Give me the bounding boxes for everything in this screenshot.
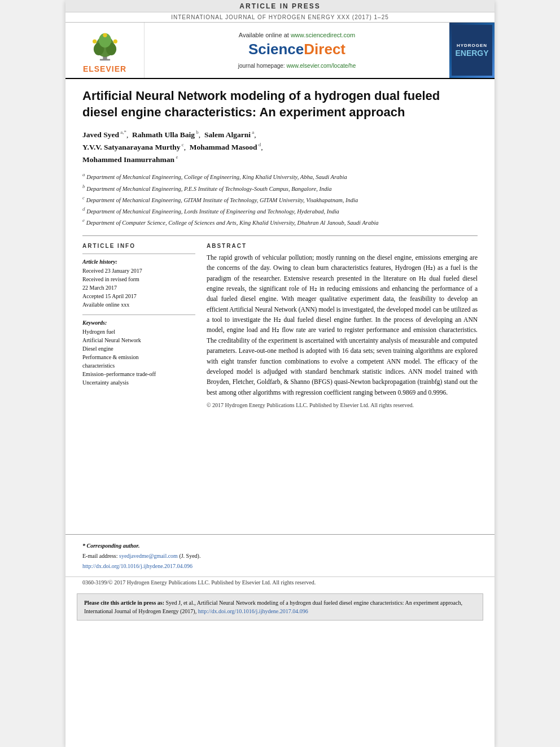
history-label: Article history: bbox=[82, 259, 195, 265]
article-title: Artificial Neural Network modeling of a … bbox=[82, 88, 478, 120]
abstract-text: The rapid growth of vehicular pollution;… bbox=[207, 252, 478, 410]
article-info-col: ARTICLE INFO Article history: Received 2… bbox=[82, 243, 195, 410]
copyright-line: © 2017 Hydrogen Energy Publications LLC.… bbox=[207, 401, 478, 410]
elsevier-logo-area: ELSEVIER bbox=[65, 23, 145, 78]
email-suffix: (J. Syed). bbox=[179, 553, 200, 559]
kw-1: Hydrogen fuel bbox=[82, 327, 195, 336]
email-link[interactable]: syedjavedme@gmail.com bbox=[119, 553, 178, 559]
keywords-label: Keywords: bbox=[82, 320, 195, 326]
author-salem: Salem Algarni bbox=[204, 130, 251, 139]
citation-prefix-label: Please cite this article in press as: bbox=[84, 600, 166, 606]
page: ARTICLE IN PRESS INTERNATIONAL JOURNAL O… bbox=[65, 0, 495, 747]
kw-3: Diesel engine bbox=[82, 344, 195, 353]
kw-2: Artificial Neural Network bbox=[82, 336, 195, 344]
main-content: Artificial Neural Network modeling of a … bbox=[65, 79, 495, 410]
journal-cover-inner: HYDROGEN ENERGY bbox=[452, 25, 492, 76]
history-revised-date: 22 March 2017 bbox=[82, 283, 195, 292]
journal-homepage-line: journal homepage: www.elsevier.com/locat… bbox=[238, 63, 356, 69]
citation-doi-link[interactable]: http://dx.doi.org/10.1016/j.ijhydene.201… bbox=[198, 608, 308, 614]
sciencedirect-url[interactable]: www.sciencedirect.com bbox=[291, 32, 355, 38]
science-part: Science bbox=[248, 41, 304, 58]
center-header: Available online at www.sciencedirect.co… bbox=[145, 23, 449, 78]
cover-he-text: ENERGY bbox=[455, 49, 488, 58]
affiliations: a Department of Mechanical Engineering, … bbox=[82, 171, 478, 227]
footnotes-area: * Corresponding author. E-mail address: … bbox=[65, 534, 495, 576]
author-javed-sup: a,* bbox=[119, 129, 126, 135]
kw-6: Emission–performance trade-off bbox=[82, 370, 195, 378]
info-divider-mid bbox=[82, 314, 195, 315]
history-accepted: Accepted 15 April 2017 bbox=[82, 292, 195, 300]
author-yvv-sup: c bbox=[180, 142, 183, 147]
article-info-heading: ARTICLE INFO bbox=[82, 243, 195, 249]
history-online: Available online xxx bbox=[82, 300, 195, 309]
author-inam: Mohammed Inamurrahman bbox=[82, 155, 174, 164]
affil-e: e Department of Computer Science, Colleg… bbox=[82, 217, 478, 227]
history-received: Received 23 January 2017 bbox=[82, 267, 195, 275]
doi-line: http://dx.doi.org/10.1016/j.ijhydene.201… bbox=[82, 562, 478, 571]
top-area: ELSEVIER Available online at www.science… bbox=[65, 23, 495, 79]
svg-point-7 bbox=[113, 40, 117, 43]
keywords-section: Keywords: Hydrogen fuel Artificial Neura… bbox=[82, 320, 195, 387]
abstract-heading: ABSTRACT bbox=[207, 243, 478, 249]
abstract-paragraph: The rapid growth of vehicular pollution;… bbox=[207, 252, 478, 397]
abstract-col: ABSTRACT The rapid growth of vehicular p… bbox=[207, 243, 478, 410]
available-online-text: Available online at www.sciencedirect.co… bbox=[239, 32, 355, 38]
affil-a: a Department of Mechanical Engineering, … bbox=[82, 171, 478, 181]
article-history-section: Article history: Received 23 January 201… bbox=[82, 259, 195, 309]
affil-b: b Department of Mechanical Engineering, … bbox=[82, 183, 478, 193]
article-in-press-banner: ARTICLE IN PRESS bbox=[65, 0, 495, 12]
affil-c: c Department of Mechanical Engineering, … bbox=[82, 194, 478, 204]
direct-part: Direct bbox=[304, 41, 345, 58]
author-masood-sup: d bbox=[257, 142, 261, 147]
aip-text: ARTICLE IN PRESS bbox=[239, 2, 320, 10]
elsevier-text: ELSEVIER bbox=[83, 64, 126, 73]
citation-box: Please cite this article in press as: Sy… bbox=[77, 593, 483, 621]
journal-header-line: INTERNATIONAL JOURNAL OF HYDROGEN ENERGY… bbox=[65, 12, 495, 23]
journal-url[interactable]: www.elsevier.com/locate/he bbox=[286, 63, 356, 69]
elsevier-tree-icon bbox=[82, 31, 128, 62]
doi-link[interactable]: http://dx.doi.org/10.1016/j.ijhydene.201… bbox=[82, 563, 193, 569]
history-revised-label: Received in revised form bbox=[82, 275, 195, 283]
svg-point-8 bbox=[103, 33, 107, 37]
affil-d: d Department of Mechanical Engineering, … bbox=[82, 206, 478, 216]
author-rahmath-sup: b bbox=[195, 129, 199, 135]
author-inam-sup: e bbox=[174, 154, 178, 160]
cover-h-text: HYDROGEN bbox=[457, 43, 487, 49]
kw-4: Performance & emission bbox=[82, 353, 195, 361]
author-rahmath: Rahmath Ulla Baig bbox=[132, 130, 195, 139]
sciencedirect-brand: ScienceDirect bbox=[248, 41, 345, 58]
svg-point-6 bbox=[93, 40, 97, 43]
page-spacer bbox=[65, 410, 495, 523]
author-masood: Mohammad Masood bbox=[190, 143, 257, 151]
author-yvv: Y.V.V. Satyanarayana Murthy bbox=[82, 143, 180, 151]
email-line: E-mail address: syedjavedme@gmail.com (J… bbox=[82, 552, 478, 561]
svg-rect-5 bbox=[99, 59, 110, 61]
bottom-copyright: 0360-3199/© 2017 Hydrogen Energy Publica… bbox=[65, 576, 495, 588]
journal-header-text: INTERNATIONAL JOURNAL OF HYDROGEN ENERGY… bbox=[171, 14, 389, 20]
kw-7: Uncertainty analysis bbox=[82, 378, 195, 387]
author-javed: Javed Syed bbox=[82, 130, 119, 139]
kw-5: characteristics bbox=[82, 361, 195, 370]
authors-line: Javed Syed a,*, Rahmath Ulla Baig b, Sal… bbox=[82, 128, 478, 165]
journal-cover: HYDROGEN ENERGY bbox=[449, 23, 495, 78]
author-salem-sup: a bbox=[251, 129, 254, 135]
two-column-section: ARTICLE INFO Article history: Received 2… bbox=[82, 235, 478, 410]
corresponding-label: * Corresponding author. bbox=[82, 541, 478, 551]
journal-homepage-label: journal homepage: bbox=[238, 63, 285, 69]
info-divider-top bbox=[82, 254, 195, 254]
